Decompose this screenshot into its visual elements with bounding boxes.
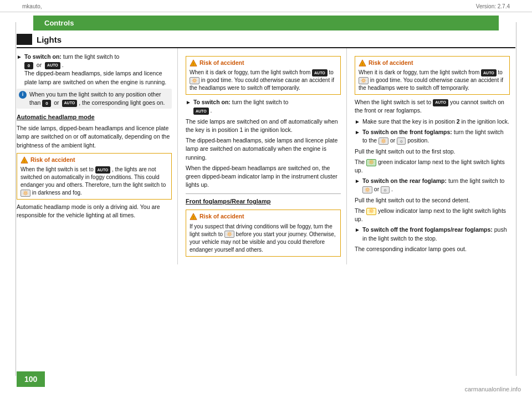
icon-auto-w2-from: AUTO [312, 69, 328, 76]
header-left: mkauto, [22, 3, 42, 9]
switch-on-text-2: turn the light switch to [232, 99, 289, 105]
icon-lamp-rf: 🔆 [362, 186, 372, 193]
w2-to: to [329, 69, 334, 75]
column-3: ! Risk of accident When it is dark or fo… [346, 48, 515, 264]
or-info: or [54, 99, 59, 106]
switch-on-text: turn the light switch to [63, 53, 120, 60]
switch-on-content: To switch on: turn the light switch to 0… [24, 53, 172, 86]
info-icon: i [19, 91, 27, 99]
front-fogs-pos: position. [407, 137, 429, 144]
dipped-beam-text: The dipped-beam headlamps, side lamps an… [24, 70, 166, 85]
green-ind-text: The [355, 159, 365, 165]
warning-body-4: When it is dark or foggy, turn the light… [359, 69, 506, 92]
page-number: 100 [17, 371, 45, 387]
switch-on-item: ► To switch on: turn the light switch to… [17, 53, 172, 86]
make-sure-end: in the ignition lock. [462, 118, 509, 125]
arrow-icon-5: ► [355, 177, 360, 193]
warning-title-1-text: Risk of accident [30, 156, 75, 164]
icon-auto-2: AUTO [193, 108, 209, 115]
rear-fog-item: ► To switch on the rear foglamp: turn th… [355, 177, 510, 193]
warning-triangle-icon-2: ! [190, 59, 197, 67]
title-black-bar [17, 34, 32, 45]
warning-title-1: ! Risk of accident [21, 156, 168, 164]
auto-headlamp-text: The side lamps, dipped-beam headlamps an… [17, 124, 172, 150]
warning-triangle-icon-3: ! [190, 213, 197, 221]
corresponding-text: The corresponding indicator lamp goes ou… [355, 245, 510, 253]
make-sure-text: Make sure that the key is in position [362, 118, 455, 125]
icon-lamp-ff: 🔆 [378, 137, 388, 145]
warning-title-4-text: Risk of accident [369, 59, 413, 67]
front-fogs-item: ► To switch on the front foglamps: turn … [355, 128, 510, 145]
arrow-icon: ► [17, 53, 22, 86]
page-title-row: Lights [17, 30, 515, 48]
watermark: carmanualonline.info [464, 386, 521, 392]
period-2: . [211, 107, 212, 114]
or-text: or [37, 62, 42, 68]
w4-body1: When it is dark or foggy, turn the light… [359, 69, 479, 75]
page-title: Lights [37, 35, 62, 44]
front-fogs-label: To switch on the front foglamps: [362, 129, 452, 135]
svg-text:!: ! [362, 62, 363, 65]
warning-triangle-icon-4: ! [359, 59, 366, 67]
period: . [62, 62, 64, 68]
icon-auto-w4: AUTO [481, 69, 497, 76]
w1-body: When the light switch is set to [21, 166, 94, 172]
pull-out-1: Pull the light switch out to the first s… [355, 147, 510, 156]
dipped-beam-text2: The dipped-beam headlamps, side lamps an… [186, 136, 341, 162]
arrow-icon-3: ► [355, 118, 360, 126]
warning-body-1: When the light switch is set to AUTO , t… [21, 166, 168, 197]
w4-to: to [498, 69, 503, 75]
icon-lamp-rf2: ☼ [381, 186, 390, 193]
warning-title-2-text: Risk of accident [200, 59, 244, 67]
arrow-icon-6: ► [355, 226, 360, 242]
warning-title-4: ! Risk of accident [359, 59, 506, 67]
icon-auto-col3: AUTO [433, 99, 448, 106]
auto-info-text: When the light switch is set to [355, 99, 431, 105]
icon-lamp-w2: 🔆 [190, 77, 200, 84]
auto-headlamp-title: Automatic headlamp mode [17, 113, 172, 122]
period-rf: . [391, 186, 393, 192]
icon-lamp-w4: 🔆 [359, 77, 369, 84]
warning-box-2: ! Risk of accident When it is dark or fo… [186, 56, 341, 95]
front-fogs-or: or [390, 137, 395, 144]
section-header: Controls [33, 16, 499, 30]
icon-auto: AUTO [45, 62, 60, 69]
warning-body-2: When it is dark or foggy, turn the light… [190, 69, 337, 92]
info-content: When you turn the light switch to any po… [29, 90, 170, 107]
page-wrapper: mkauto, Version: 2.7.4 Controls Lights ►… [0, 0, 532, 398]
make-sure-content: Make sure that the key is in position 2 … [362, 118, 510, 126]
yellow-ind-text: The [355, 207, 365, 214]
warning-triangle-icon-1: ! [21, 156, 28, 164]
warning-title-3-text: Risk of accident [200, 212, 244, 221]
icon-auto-info: AUTO [62, 100, 78, 107]
margin-line-right [516, 22, 516, 376]
warning-title-3: ! Risk of accident [190, 212, 337, 221]
svg-text:!: ! [193, 215, 194, 219]
yellow-ind-text2: yellow indicator lamp next to the light … [355, 207, 506, 222]
rear-fog-label: To switch on the rear foglamp: [362, 177, 447, 184]
column-2: ! Risk of accident When it is dark or fo… [177, 48, 346, 264]
auto-info: When the light switch is set to AUTO you… [355, 98, 510, 115]
rear-fog-or: or [374, 186, 379, 192]
w2-body3: in good time. You could otherwise cause … [190, 77, 334, 91]
svg-text:!: ! [24, 159, 25, 162]
dipped-beam-text3: When the dipped-beam headlamps are switc… [186, 164, 341, 190]
warning-box-4: ! Risk of accident When it is dark or fo… [355, 56, 510, 95]
icon-lamp-w1: 🔆 [21, 190, 30, 197]
warning-title-2: ! Risk of accident [190, 59, 337, 67]
switch-on-item-2: ► To switch on: turn the light switch to… [186, 98, 341, 115]
icon-auto-w1: AUTO [95, 166, 111, 174]
info-end: , the corresponding light goes on. [79, 99, 165, 106]
icon-yellow-lamp: 🔆 [366, 208, 376, 215]
switch-off-content: To switch off the front foglamps/rear fo… [362, 226, 510, 242]
icon-green-lamp: 🔆 [366, 159, 376, 166]
green-ind: The 🔆 green indicator lamp next to the l… [355, 158, 510, 175]
w2-body1: When it is dark or foggy, turn the light… [190, 69, 310, 75]
pull-out-2: Pull the light switch out to the second … [355, 196, 510, 205]
side-lamps-text: The side lamps are switched on and off a… [186, 118, 341, 134]
switch-off-item: ► To switch off the front foglamps/rear … [355, 226, 510, 242]
w1-body3: in darkness and fog. [32, 190, 82, 196]
switch-on-content-2: To switch on: turn the light switch to A… [193, 98, 341, 115]
front-fogs-content: To switch on the front foglamps: turn th… [362, 128, 510, 145]
icon-zero: 0 [24, 62, 33, 69]
